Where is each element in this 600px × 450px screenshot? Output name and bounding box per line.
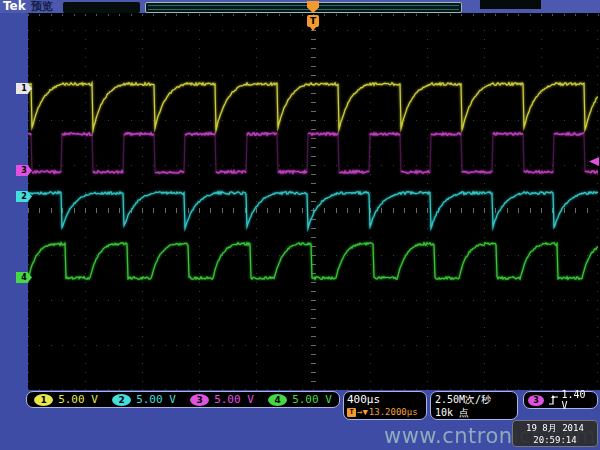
trigger-source-badge: 3 xyxy=(528,395,544,406)
time-value: 20:59:14 xyxy=(513,434,597,446)
channel-3-readout: 3 5.00 V xyxy=(183,393,261,406)
display-area xyxy=(28,13,600,390)
trigger-readout: 3 1.40 V xyxy=(523,391,598,409)
date-value: 19 8月 2014 xyxy=(513,422,597,434)
channel-1-scale: 5.00 V xyxy=(58,393,98,406)
acquisition-status: 预览 xyxy=(31,0,53,13)
brand-logo: Tek xyxy=(3,0,26,13)
channel-3-badge: 3 xyxy=(190,394,209,406)
trigger-t-icon: T xyxy=(347,408,356,417)
waveform-canvas xyxy=(28,30,598,390)
acquisition-readout: 2.50M次/秒 10k 点 xyxy=(430,391,518,420)
channel-4-readout: 4 5.00 V xyxy=(261,393,339,406)
trigger-position-arrow-icon: →▼ xyxy=(357,406,368,418)
channel-2-badge: 2 xyxy=(112,394,131,406)
datetime-box: 19 8月 2014 20:59:14 xyxy=(512,420,598,447)
record-bar-line xyxy=(148,9,459,10)
record-bar-line xyxy=(148,5,459,6)
header-panel-right xyxy=(480,0,541,9)
timebase-scale: 400μs xyxy=(347,393,423,406)
rising-edge-icon xyxy=(548,394,558,406)
channel-1-badge: 1 xyxy=(34,394,53,406)
oscilloscope-screen: Tek 预览 T 1324 1 5.00 V 2 5.00 V 3 5.00 V… xyxy=(0,0,600,450)
header-bar: Tek 预览 xyxy=(0,0,600,13)
channel-2-scale: 5.00 V xyxy=(136,393,176,406)
trigger-t-flag-icon: T xyxy=(307,15,319,27)
channel-4-scale: 5.00 V xyxy=(292,393,332,406)
channel-2-readout: 2 5.00 V xyxy=(105,393,183,406)
channel-readout-bar: 1 5.00 V 2 5.00 V 3 5.00 V 4 5.00 V xyxy=(26,391,340,408)
channel-1-readout: 1 5.00 V xyxy=(27,393,105,406)
record-length: 10k 点 xyxy=(435,406,513,419)
channel-4-badge: 4 xyxy=(268,394,287,406)
timebase-readout: 400μs T→▼13.2000μs xyxy=(343,391,427,420)
trigger-position-readout: T→▼13.2000μs xyxy=(347,406,423,418)
record-view-bar xyxy=(145,2,462,13)
trigger-position-value: 13.2000μs xyxy=(369,406,418,418)
header-panel-left xyxy=(63,2,140,13)
channel-3-scale: 5.00 V xyxy=(214,393,254,406)
sample-rate: 2.50M次/秒 xyxy=(435,393,513,406)
trigger-level-value: 1.40 V xyxy=(562,389,593,411)
